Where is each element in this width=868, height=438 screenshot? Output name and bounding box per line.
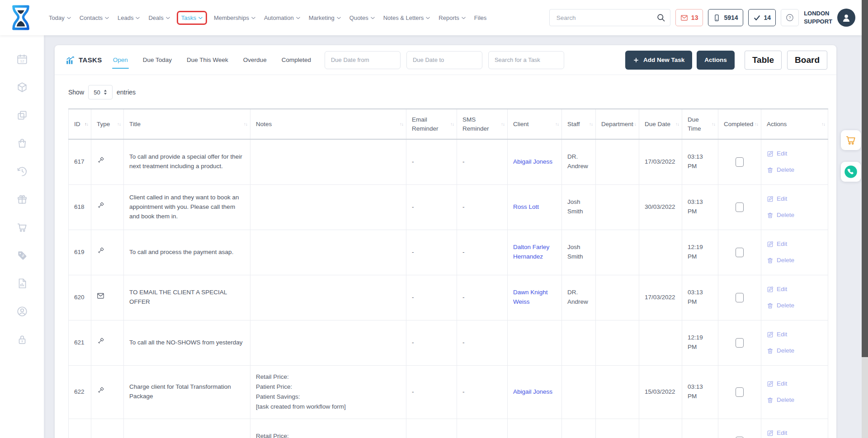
search-icon[interactable] bbox=[652, 9, 670, 26]
client-link[interactable]: Abigail Joness bbox=[513, 388, 552, 395]
add-new-task-button[interactable]: Add New Task bbox=[625, 51, 692, 70]
table-view-button[interactable]: Table bbox=[745, 51, 782, 70]
column-header-actions[interactable]: Actions↑↓ bbox=[761, 109, 828, 139]
scrollbar-track[interactable] bbox=[862, 0, 868, 438]
nav-item-reports[interactable]: Reports bbox=[439, 14, 466, 21]
copy-icon[interactable] bbox=[16, 109, 28, 121]
chevron-down-icon bbox=[251, 17, 255, 19]
column-header-notes[interactable]: Notes↑↓ bbox=[250, 109, 406, 139]
edit-link[interactable]: Edit bbox=[767, 330, 822, 339]
column-label: ID bbox=[74, 121, 80, 127]
column-header-staff[interactable]: Staff↑↓ bbox=[562, 109, 596, 139]
column-header-department[interactable]: Department↑↓ bbox=[596, 109, 639, 139]
completed-checkbox[interactable] bbox=[736, 157, 744, 167]
column-label: Completed bbox=[724, 121, 753, 127]
edit-link-label: Edit bbox=[777, 379, 787, 389]
edit-link[interactable]: Edit bbox=[767, 240, 822, 249]
search-input[interactable] bbox=[556, 14, 652, 22]
cell-due-time: 03:13 PM bbox=[682, 275, 718, 320]
bag-icon[interactable] bbox=[16, 137, 28, 149]
due-date-from-input[interactable] bbox=[325, 51, 401, 69]
cell-notes bbox=[250, 139, 406, 184]
tab-due-this-week[interactable]: Due This Week bbox=[187, 57, 228, 63]
avatar[interactable] bbox=[837, 9, 855, 27]
cell-type bbox=[91, 275, 124, 320]
edit-link[interactable]: Edit bbox=[767, 429, 822, 438]
nav-item-notes-letters[interactable]: Notes & Letters bbox=[383, 14, 430, 21]
page-size-select[interactable]: 50 bbox=[88, 85, 113, 99]
edit-link[interactable]: Edit bbox=[767, 194, 822, 204]
column-label: Department bbox=[601, 121, 633, 127]
nav-item-quotes[interactable]: Quotes bbox=[349, 14, 375, 21]
help-button[interactable]: ? bbox=[781, 9, 799, 26]
tasks-panel-header: TASKS OpenDue TodayDue This WeekOverdueC… bbox=[55, 45, 836, 75]
table-header-row: ID↑↓Type↑↓Title↑↓Notes↑↓Email Reminder↑↓… bbox=[69, 109, 828, 139]
app-logo-icon[interactable] bbox=[9, 5, 33, 30]
price-tag-icon[interactable]: $ bbox=[16, 250, 28, 261]
column-header-completed[interactable]: Completed↑↓ bbox=[718, 109, 761, 139]
edit-link[interactable]: Edit bbox=[767, 149, 822, 159]
sort-arrows-icon: ↑↓ bbox=[589, 121, 593, 127]
client-link[interactable]: Dawn Knight Weiss bbox=[513, 289, 548, 305]
email-notifications-badge[interactable]: 13 bbox=[675, 9, 703, 26]
delete-link[interactable]: Delete bbox=[767, 396, 822, 405]
client-link[interactable]: Ross Lott bbox=[513, 203, 539, 210]
tasks-count-badge[interactable]: 14 bbox=[748, 9, 776, 26]
tab-completed[interactable]: Completed bbox=[282, 57, 311, 63]
history-icon[interactable] bbox=[16, 165, 28, 177]
column-header-due-time[interactable]: Due Time↑↓ bbox=[682, 109, 718, 139]
floating-cart-button[interactable] bbox=[841, 130, 861, 150]
nav-item-today[interactable]: Today bbox=[49, 14, 71, 21]
completed-checkbox[interactable] bbox=[736, 203, 744, 212]
nav-item-contacts[interactable]: Contacts bbox=[80, 14, 109, 21]
completed-checkbox[interactable] bbox=[736, 248, 744, 257]
trash-icon bbox=[767, 302, 774, 309]
due-date-to-input[interactable] bbox=[406, 51, 482, 69]
tab-due-today[interactable]: Due Today bbox=[143, 57, 172, 63]
cube-icon[interactable] bbox=[16, 81, 28, 93]
nav-item-marketing[interactable]: Marketing bbox=[309, 14, 341, 21]
cart-icon[interactable] bbox=[16, 221, 28, 233]
sms-notifications-badge[interactable]: 5914 bbox=[708, 9, 743, 26]
nav-item-memberships[interactable]: Memberships bbox=[214, 14, 255, 21]
user-circle-icon[interactable] bbox=[16, 306, 28, 317]
nav-item-tasks[interactable]: Tasks bbox=[177, 11, 207, 25]
scrollbar-thumb[interactable] bbox=[862, 0, 868, 357]
nav-item-automation[interactable]: Automation bbox=[264, 14, 300, 21]
completed-checkbox[interactable] bbox=[736, 338, 744, 348]
delete-link[interactable]: Delete bbox=[767, 165, 822, 175]
delete-link[interactable]: Delete bbox=[767, 211, 822, 220]
column-header-client[interactable]: Client↑↓ bbox=[508, 109, 562, 139]
actions-button[interactable]: Actions bbox=[697, 51, 735, 70]
cell-due-time bbox=[682, 419, 718, 438]
edit-link[interactable]: Edit bbox=[767, 285, 822, 294]
cell-due-date bbox=[639, 230, 682, 275]
report-icon[interactable] bbox=[16, 278, 28, 289]
completed-checkbox[interactable] bbox=[736, 293, 744, 302]
delete-link[interactable]: Delete bbox=[767, 301, 822, 311]
delete-link[interactable]: Delete bbox=[767, 256, 822, 265]
nav-item-files[interactable]: Files bbox=[474, 14, 486, 21]
column-header-due-date[interactable]: Due Date↑↓ bbox=[639, 109, 682, 139]
column-header-email-reminder[interactable]: Email Reminder↑↓ bbox=[406, 109, 457, 139]
column-header-type[interactable]: Type↑↓ bbox=[91, 109, 124, 139]
client-link[interactable]: Dalton Farley Hernandez bbox=[513, 244, 549, 260]
completed-checkbox[interactable] bbox=[736, 387, 744, 397]
tab-open[interactable]: Open bbox=[113, 57, 128, 63]
edit-link[interactable]: Edit bbox=[767, 379, 822, 389]
lock-icon[interactable] bbox=[16, 334, 28, 345]
task-search-input[interactable] bbox=[488, 51, 564, 69]
nav-item-leads[interactable]: Leads bbox=[118, 14, 140, 21]
tab-overdue[interactable]: Overdue bbox=[243, 57, 267, 63]
cell-department bbox=[596, 275, 639, 320]
column-header-id[interactable]: ID↑↓ bbox=[69, 109, 91, 139]
board-view-button[interactable]: Board bbox=[787, 51, 827, 70]
delete-link[interactable]: Delete bbox=[767, 346, 822, 356]
calendar-icon[interactable]: 12 bbox=[16, 53, 28, 65]
floating-phone-button[interactable] bbox=[841, 162, 861, 182]
column-header-title[interactable]: Title↑↓ bbox=[124, 109, 250, 139]
client-link[interactable]: Abigail Joness bbox=[513, 158, 552, 165]
column-header-sms-reminder[interactable]: SMS Reminder↑↓ bbox=[457, 109, 508, 139]
gift-icon[interactable] bbox=[16, 193, 28, 205]
nav-item-deals[interactable]: Deals bbox=[148, 14, 170, 21]
